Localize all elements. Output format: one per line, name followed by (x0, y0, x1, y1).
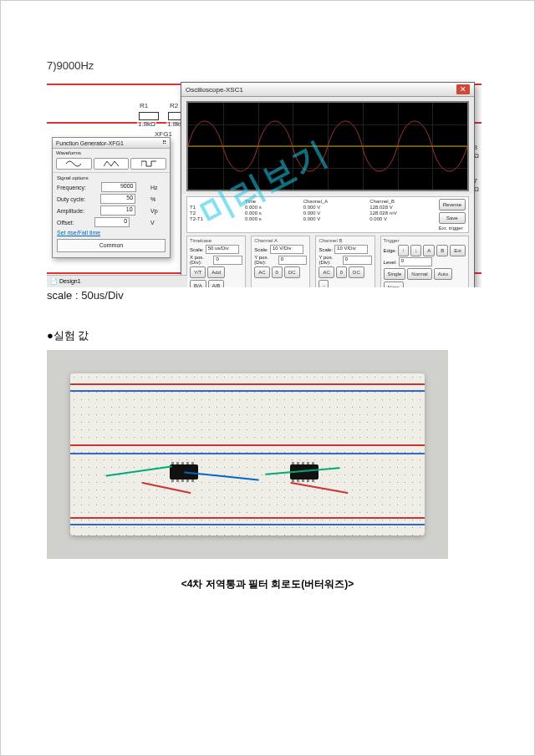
timebase-scale-input[interactable]: 50 us/Div (206, 245, 239, 254)
ba-button[interactable]: B/A (190, 280, 206, 287)
figure-caption: <4차 저역통과 필터 회로도(버터워즈)> (47, 577, 488, 591)
offset-label: Offset: (57, 220, 74, 226)
chb-ypos-input[interactable]: 0 (343, 256, 372, 265)
offset-input[interactable]: 0 (94, 217, 130, 227)
chb-ac-button[interactable]: AC (318, 266, 334, 278)
section-heading: 7)9000Hz (47, 59, 488, 72)
resistor-r1 (139, 112, 159, 120)
edge-fall-button[interactable]: ↓ (410, 245, 421, 256)
common-button[interactable]: Common (57, 239, 166, 252)
scope-readout: T1 T2 T2-T1 Time 0.000 s 0.000 s 0.000 s… (186, 196, 469, 233)
timebase-xpos-input[interactable]: 0 (213, 256, 242, 265)
simulation-screenshot: R1 1.8kΩ R2 1.8kΩ XFG1 R8 2.2kΩ R7 1.8kΩ… (47, 79, 482, 287)
trig-normal-button[interactable]: Normal (407, 268, 431, 280)
duty-input[interactable]: 50 (100, 194, 135, 204)
function-generator-window[interactable]: Function Generator-XFG1 ⠿ Waveforms Sign… (52, 137, 171, 258)
pin-icon[interactable]: ⠿ (162, 140, 166, 146)
close-icon[interactable]: ✕ (456, 84, 470, 94)
cha-scale-input[interactable]: 10 V/Div (270, 245, 303, 254)
add-button[interactable]: Add (207, 266, 225, 278)
ab-button[interactable]: A/B (208, 280, 225, 287)
breadboard (70, 373, 425, 535)
tab-design1[interactable]: 📄 Design1 (50, 278, 81, 285)
scale-note: scale : 50us/Div (47, 289, 488, 302)
timebase-panel: Timebase Scale:50 us/Div X pos.(Div):0 Y… (186, 236, 246, 287)
trig-auto-button[interactable]: Auto (434, 268, 452, 280)
amp-unit: Vp (150, 208, 166, 214)
waveform (188, 103, 467, 190)
trigger-level-input[interactable]: 0 (399, 257, 432, 266)
resistor-value: 1.8kΩ (137, 120, 156, 128)
experiment-heading: ●실험 값 (47, 329, 89, 342)
breadboard-photo (47, 350, 448, 559)
edge-ext-button[interactable]: Ext (450, 245, 466, 256)
freq-unit: Hz (150, 185, 166, 190)
amp-input[interactable]: 10 (100, 205, 135, 216)
jumper-wire (141, 482, 191, 494)
channel-a-panel: Channel A Scale:10 V/Div Y pos.(Div):0 A… (251, 236, 310, 287)
design-tab-bar[interactable]: 📄 Design1 (47, 275, 187, 287)
wave-triangle-button[interactable] (94, 158, 130, 170)
wave-sine-button[interactable] (56, 158, 92, 170)
trig-none-button[interactable]: None (384, 282, 404, 287)
offset-unit: V (150, 220, 166, 226)
fgen-signal-label: Signal options (57, 175, 166, 180)
trig-single-button[interactable]: Single (384, 268, 406, 280)
chb-zero-button[interactable]: 0 (336, 266, 347, 278)
fgen-title-text: Function Generator-XFG1 (56, 140, 124, 146)
cha-ac-button[interactable]: AC (254, 266, 269, 278)
fgen-waveforms-label: Waveforms (53, 149, 170, 155)
cha-dc-button[interactable]: DC (284, 266, 300, 278)
jumper-wire (106, 466, 172, 477)
chb-dc-button[interactable]: DC (349, 266, 364, 278)
amp-label: Amplitude: (57, 208, 84, 214)
chb-inv-button[interactable]: - (318, 280, 329, 287)
rise-fall-link[interactable]: Set rise/Fall time (57, 230, 166, 236)
trigger-panel: Trigger Edge: ↑ ↓ A B Ext Level:0 Single… (380, 236, 469, 287)
resistor-label: R2 (169, 102, 179, 109)
wave-square-button[interactable] (130, 158, 166, 170)
duty-label: Duty cycle: (57, 196, 85, 202)
cha-ypos-input[interactable]: 0 (278, 256, 308, 265)
yt-button[interactable]: Y/T (190, 266, 206, 278)
cha-zero-button[interactable]: 0 (272, 266, 283, 278)
duty-unit: % (150, 196, 166, 202)
edge-b-button[interactable]: B (436, 245, 448, 256)
fgen-titlebar[interactable]: Function Generator-XFG1 ⠿ (53, 138, 170, 149)
edge-a-button[interactable]: A (423, 245, 435, 256)
oscilloscope-window[interactable]: Oscilloscope-XSC1 ✕ T1 (181, 82, 475, 287)
scope-titlebar[interactable]: Oscilloscope-XSC1 ✕ (181, 83, 474, 97)
scope-screen (186, 101, 469, 191)
save-button[interactable]: Save (439, 212, 466, 224)
ext-trigger-label: Ext. trigger (439, 226, 466, 231)
reverse-button[interactable]: Reverse (439, 199, 466, 211)
jumper-wire (290, 482, 348, 494)
resistor-label: R1 (139, 102, 149, 109)
freq-label: Frequency: (57, 185, 86, 190)
scope-title-text: Oscilloscope-XSC1 (186, 86, 243, 94)
chb-scale-input[interactable]: 10 V/Div (334, 245, 368, 254)
edge-rise-button[interactable]: ↑ (398, 245, 409, 256)
freq-input[interactable]: 9000 (101, 182, 136, 192)
channel-b-panel: Channel B Scale:10 V/Div Y pos.(Div):0 A… (315, 236, 374, 287)
